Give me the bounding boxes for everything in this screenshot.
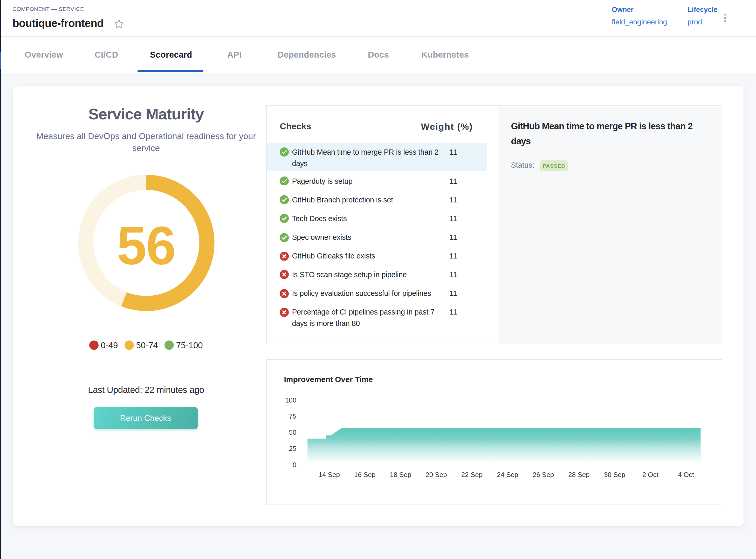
svg-text:2 Oct: 2 Oct <box>642 471 659 478</box>
svg-text:30 Sep: 30 Sep <box>604 471 625 478</box>
svg-text:4 Oct: 4 Oct <box>678 471 694 478</box>
svg-text:14 Sep: 14 Sep <box>319 471 340 478</box>
svg-text:28 Sep: 28 Sep <box>568 471 590 478</box>
svg-text:0: 0 <box>293 461 297 469</box>
svg-text:22 Sep: 22 Sep <box>461 471 483 478</box>
svg-text:50: 50 <box>289 428 297 436</box>
svg-text:16 Sep: 16 Sep <box>354 471 376 478</box>
svg-text:20 Sep: 20 Sep <box>426 471 447 478</box>
svg-text:100: 100 <box>285 396 297 404</box>
svg-text:75: 75 <box>289 412 297 420</box>
svg-text:26 Sep: 26 Sep <box>533 471 554 478</box>
svg-text:18 Sep: 18 Sep <box>390 471 411 478</box>
svg-text:25: 25 <box>289 445 297 452</box>
svg-text:24 Sep: 24 Sep <box>497 471 518 478</box>
